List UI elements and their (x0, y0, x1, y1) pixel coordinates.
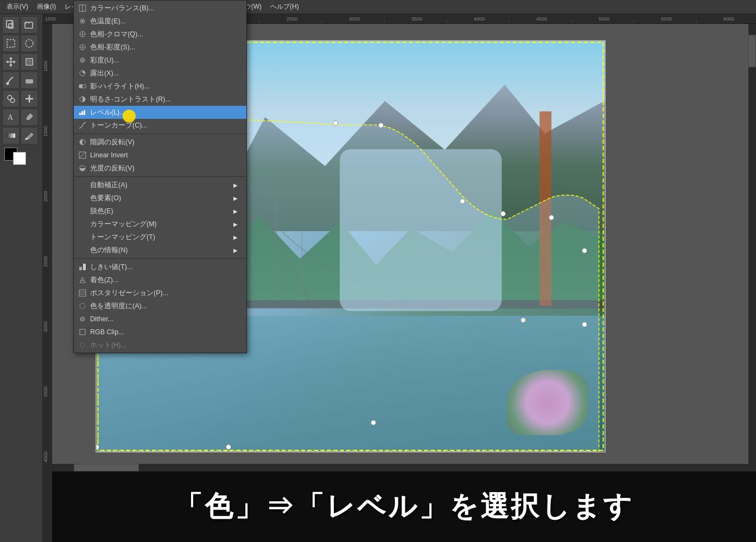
svg-text:4500: 4500 (536, 16, 547, 22)
control-point-6[interactable] (549, 215, 554, 220)
control-point-11[interactable] (226, 444, 231, 450)
svg-rect-69 (79, 113, 81, 115)
scrollbar-vertical[interactable] (748, 24, 756, 471)
svg-text:5500: 5500 (661, 16, 672, 22)
tool-open[interactable] (21, 16, 38, 34)
tool-select-rect[interactable] (2, 35, 20, 52)
menu-rgb-clip[interactable]: RGB Clip... (74, 326, 246, 339)
svg-text:2500: 2500 (287, 16, 297, 22)
svg-point-8 (8, 95, 12, 100)
tool-heal[interactable] (21, 90, 38, 107)
submenu-arrow-info: ▶ (233, 247, 238, 253)
svg-text:5000: 5000 (599, 16, 609, 22)
scrollbar-thumb-v[interactable] (748, 35, 756, 67)
tool-move[interactable] (2, 53, 20, 71)
menu-levels[interactable]: レベル(L)... (74, 106, 246, 119)
svg-rect-84 (80, 329, 85, 335)
menu-color-mapping[interactable]: カラーマッピング(M) ▶ (74, 218, 246, 231)
svg-point-81 (80, 303, 85, 309)
submenu-arrow-tone: ▶ (233, 234, 238, 240)
control-point-9[interactable] (520, 317, 526, 323)
svg-point-6 (7, 82, 9, 85)
svg-text:4000: 4000 (474, 16, 485, 22)
control-point-4[interactable] (460, 199, 465, 204)
menu-tone-mapping[interactable]: トーンマッピング(T) ▶ (74, 231, 246, 244)
svg-point-85 (80, 343, 85, 347)
tool-new[interactable] (2, 16, 20, 34)
tool-eraser[interactable] (21, 72, 38, 89)
svg-rect-12 (25, 138, 28, 140)
tool-gradient[interactable] (2, 127, 20, 144)
menu-curves[interactable]: トーンカーブ(C)... (74, 119, 246, 132)
menu-colorize[interactable]: 着色(Z)... (74, 273, 246, 286)
tool-brush[interactable] (2, 72, 20, 89)
menu-linear-invert[interactable]: Linear Invert (74, 149, 246, 162)
menu-saturation[interactable]: 彩度(U)... (74, 54, 246, 67)
colorize-icon (78, 276, 87, 284)
svg-rect-70 (81, 111, 83, 115)
svg-rect-7 (26, 79, 33, 84)
svg-point-61 (81, 20, 84, 22)
menu-posterize[interactable]: ポスタリゼーション(P)... (74, 286, 246, 299)
subtitle-text: 「色」⇒「レベル」を選択します (174, 488, 634, 526)
menu-help[interactable]: ヘルプ(H) (266, 1, 303, 12)
menu-desaturate[interactable]: 脱色(E) ▶ (74, 205, 246, 218)
brightness-contrast-icon (78, 95, 87, 104)
control-point-3[interactable] (378, 123, 384, 128)
tool-clone[interactable] (2, 90, 20, 107)
submenu-arrow-auto: ▶ (233, 182, 238, 188)
separator-2 (74, 176, 246, 177)
svg-rect-75 (79, 267, 82, 270)
control-point-2[interactable] (333, 120, 338, 126)
shadows-icon (78, 82, 87, 91)
menu-invert[interactable]: 階調の反転(V) (74, 136, 246, 149)
svg-rect-76 (83, 264, 86, 270)
menu-color-info[interactable]: 色の情報(N) ▶ (74, 244, 246, 257)
menu-color-balance[interactable]: カラーバランス(B)... (74, 2, 246, 15)
separator-3 (74, 258, 246, 259)
menu-hue-saturation[interactable]: 色相-彩度(S)... (74, 41, 246, 54)
menu-view[interactable]: 表示(V) (2, 1, 33, 12)
tool-paint-bucket[interactable] (21, 109, 38, 126)
tool-text[interactable]: A (2, 109, 20, 126)
menu-hue-chroma[interactable]: 色相-クロマ(Q)... (74, 28, 246, 41)
svg-text:3500: 3500 (411, 16, 422, 22)
control-point-10[interactable] (371, 420, 376, 425)
control-point-7[interactable] (582, 248, 587, 253)
menu-brightness[interactable]: 色温度(E)... (74, 15, 246, 28)
svg-rect-3 (7, 40, 15, 47)
menu-value-invert[interactable]: 光度の反転(V) (74, 162, 246, 175)
dither-icon (78, 315, 87, 323)
scrollbar-horizontal[interactable] (52, 464, 748, 471)
curves-icon (78, 121, 87, 130)
menu-exposure[interactable]: 露出(X)... (74, 67, 246, 80)
hot-icon (78, 341, 87, 349)
svg-point-64 (80, 58, 85, 63)
color-dropdown-menu: カラーバランス(B)... 色温度(E)... 色相-クロマ(Q)... 色相-… (73, 0, 247, 353)
menu-brightness-contrast[interactable]: 明るさ-コントラスト(R)... (74, 93, 246, 106)
submenu-arrow-comp: ▶ (233, 195, 238, 201)
menu-shadows-highlights[interactable]: 影-ハイライト(H)... (74, 80, 246, 93)
brightness-icon (78, 17, 87, 25)
menu-color-to-alpha[interactable]: 色を透明度に(A)... (74, 299, 246, 313)
menu-hot[interactable]: ホット(H)... (74, 339, 246, 352)
menu-threshold[interactable]: しきい値(T)... (74, 260, 246, 273)
svg-text:2500: 2500 (43, 256, 48, 267)
control-point-8[interactable] (582, 322, 587, 327)
menu-image[interactable]: 画像(I) (33, 1, 60, 12)
rgb-clip-icon (78, 328, 87, 336)
menu-auto-correct[interactable]: 自動補正(A) ▶ (74, 178, 246, 192)
tool-select-ellipse[interactable] (21, 35, 38, 52)
tool-crop[interactable] (21, 53, 38, 71)
control-point-5[interactable] (500, 211, 506, 216)
left-ruler: 1000 1500 2000 2500 3000 3500 4000 (42, 24, 52, 542)
menu-color-comp[interactable]: 色要素(O) ▶ (74, 192, 246, 205)
scrollbar-thumb-h[interactable] (74, 464, 139, 471)
svg-point-9 (10, 98, 15, 103)
svg-point-82 (80, 317, 85, 321)
menu-dither[interactable]: Dither... (74, 313, 246, 326)
svg-text:A: A (8, 113, 14, 122)
svg-rect-67 (79, 85, 82, 88)
levels-icon (78, 108, 87, 117)
tool-color-picker[interactable] (21, 127, 38, 144)
